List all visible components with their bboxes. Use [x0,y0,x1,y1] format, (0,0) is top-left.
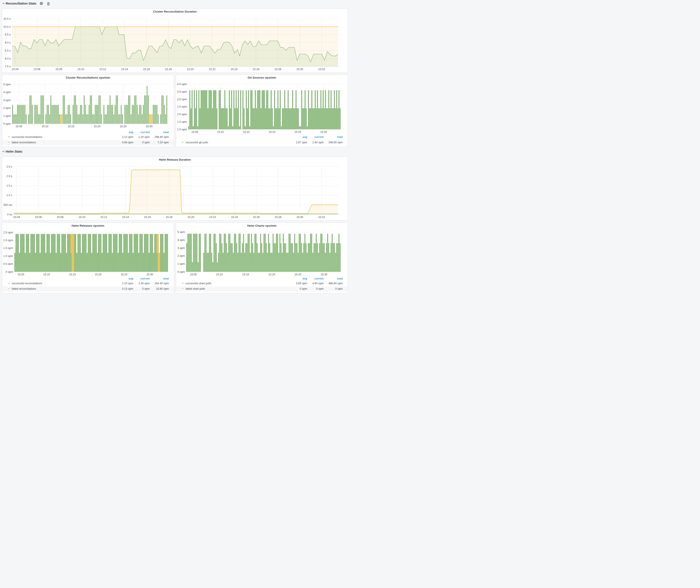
svg-text:15:32: 15:32 [318,216,325,219]
svg-text:15:30: 15:30 [321,273,327,276]
svg-text:15:06: 15:06 [35,216,42,219]
svg-text:8.5 s: 8.5 s [5,49,11,52]
svg-text:15:28: 15:28 [274,68,281,71]
svg-text:2.5 opm: 2.5 opm [3,231,13,234]
svg-text:15:06: 15:06 [34,68,40,71]
svg-text:1 opm: 1 opm [177,262,185,265]
svg-text:0 ns: 0 ns [7,213,12,216]
svg-text:3.5 opm: 3.5 opm [177,90,187,93]
svg-text:15:10: 15:10 [43,273,50,276]
svg-text:15:10: 15:10 [77,68,84,71]
svg-text:15:05: 15:05 [190,273,197,276]
svg-text:15:15: 15:15 [243,131,250,134]
svg-text:10.5 s: 10.5 s [3,17,11,20]
svg-text:1.5 s: 1.5 s [6,184,12,187]
svg-text:9.0 s: 9.0 s [5,41,11,44]
svg-text:15:18: 15:18 [165,68,172,71]
svg-text:2.0 s: 2.0 s [6,175,12,178]
svg-text:4 opm: 4 opm [3,91,11,94]
svg-text:15:10: 15:10 [42,125,48,128]
svg-text:15:25: 15:25 [295,273,301,276]
svg-text:1.0 opm: 1.0 opm [3,255,13,258]
svg-text:3 opm: 3 opm [3,99,11,102]
svg-text:15:12: 15:12 [99,68,106,71]
svg-text:15:25: 15:25 [121,273,127,276]
svg-text:15:22: 15:22 [209,68,215,71]
svg-text:1.5 opm: 1.5 opm [3,247,13,250]
svg-text:9.5 s: 9.5 s [5,33,11,36]
svg-text:15:04: 15:04 [13,216,20,219]
svg-text:15:15: 15:15 [242,273,249,276]
svg-text:4.0 opm: 4.0 opm [177,83,187,86]
svg-text:15:18: 15:18 [166,216,172,219]
svg-text:15:20: 15:20 [268,273,275,276]
svg-text:15:15: 15:15 [68,125,74,128]
svg-text:15:30: 15:30 [146,273,153,276]
svg-text:15:10: 15:10 [217,131,224,134]
svg-text:15:30: 15:30 [296,216,303,219]
svg-text:15:04: 15:04 [12,68,18,71]
svg-text:7.5 s: 7.5 s [5,65,11,68]
svg-text:10.0 s: 10.0 s [3,25,11,28]
svg-text:15:14: 15:14 [122,216,129,219]
svg-text:15:26: 15:26 [253,68,259,71]
svg-text:15:05: 15:05 [18,273,24,276]
svg-text:2.5 opm: 2.5 opm [177,105,187,108]
svg-text:15:05: 15:05 [191,131,198,134]
svg-text:15:20: 15:20 [187,216,194,219]
svg-text:8.0 s: 8.0 s [5,57,11,60]
svg-text:2.5 s: 2.5 s [6,165,12,168]
svg-text:15:20: 15:20 [94,125,100,128]
svg-text:4 opm: 4 opm [177,239,185,242]
svg-text:15:20: 15:20 [95,273,102,276]
svg-text:2 opm: 2 opm [3,107,11,110]
svg-text:15:32: 15:32 [318,68,325,71]
svg-text:15:15: 15:15 [69,273,76,276]
svg-text:0.5 opm: 0.5 opm [3,263,13,266]
svg-text:15:16: 15:16 [144,216,151,219]
svg-text:1.0 s: 1.0 s [6,194,12,197]
svg-text:2.0 opm: 2.0 opm [177,113,187,116]
svg-text:15:25: 15:25 [120,125,126,128]
svg-text:2 opm: 2 opm [177,255,185,258]
svg-text:5 opm: 5 opm [3,83,11,86]
svg-text:5 opm: 5 opm [177,231,185,234]
svg-text:15:16: 15:16 [143,68,150,71]
svg-text:15:12: 15:12 [100,216,107,219]
svg-text:1 opm: 1 opm [3,115,11,118]
svg-text:1.0 opm: 1.0 opm [177,128,187,131]
svg-text:15:22: 15:22 [209,216,216,219]
svg-text:15:10: 15:10 [79,216,85,219]
svg-text:3 opm: 3 opm [177,247,185,250]
svg-text:15:20: 15:20 [187,68,194,71]
svg-text:0 opm: 0 opm [5,270,13,273]
svg-text:15:08: 15:08 [57,216,63,219]
svg-text:15:30: 15:30 [146,125,153,128]
svg-text:15:30: 15:30 [320,131,327,134]
svg-text:15:14: 15:14 [121,68,128,71]
svg-text:15:20: 15:20 [269,131,275,134]
svg-text:15:10: 15:10 [216,273,223,276]
svg-text:15:05: 15:05 [16,125,22,128]
svg-text:0 opm: 0 opm [3,122,11,125]
svg-text:0 opm: 0 opm [177,270,185,273]
svg-text:15:24: 15:24 [231,68,237,71]
svg-text:15:24: 15:24 [231,216,238,219]
svg-text:15:26: 15:26 [253,216,260,219]
svg-text:2.0 opm: 2.0 opm [3,239,13,242]
svg-text:15:30: 15:30 [296,68,303,71]
svg-text:15:25: 15:25 [294,131,301,134]
svg-text:3.0 opm: 3.0 opm [177,98,187,101]
svg-text:500 ms: 500 ms [3,204,12,207]
svg-text:1.5 opm: 1.5 opm [177,120,187,123]
svg-text:15:08: 15:08 [55,68,62,71]
svg-text:15:28: 15:28 [275,216,281,219]
